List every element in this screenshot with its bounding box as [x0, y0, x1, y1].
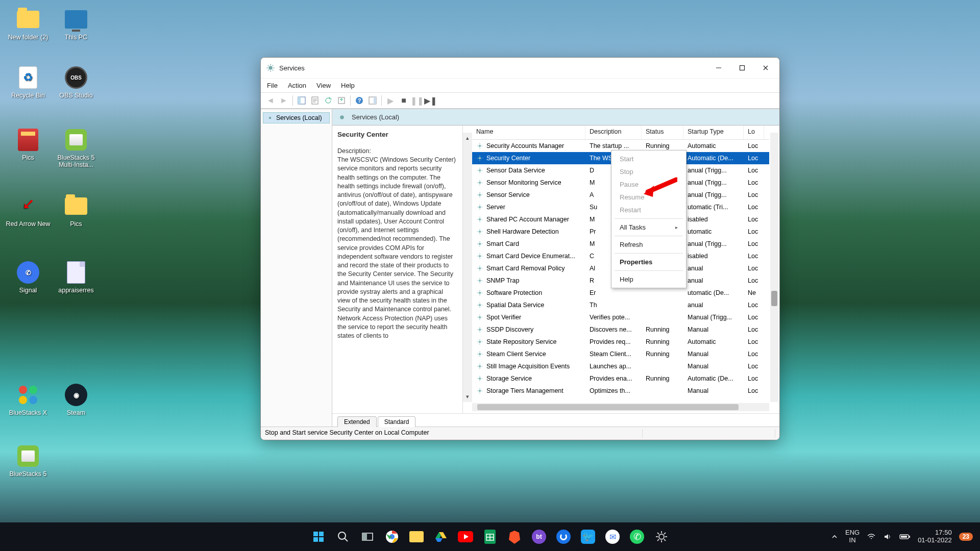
taskbar-chrome-icon[interactable]: [382, 527, 402, 546]
taskbar-signal-icon[interactable]: ✉: [603, 527, 622, 546]
svg-point-32: [479, 390, 481, 392]
svg-point-19: [479, 231, 481, 233]
desktop-icon-bluestacks-x[interactable]: BlueStacks X: [5, 383, 51, 416]
service-row[interactable]: Software ProtectionErutomatic (De...Ne: [472, 287, 769, 299]
menu-help[interactable]: Help: [341, 82, 355, 89]
desktop-icon-recycle-bin[interactable]: Recycle Bin: [5, 65, 51, 99]
taskbar-youtube-icon[interactable]: [456, 527, 475, 546]
desktop-icon-new-folder-2[interactable]: New folder (2): [5, 7, 51, 41]
taskbar-settings-icon[interactable]: [652, 527, 671, 546]
cell-logon: Loc: [744, 302, 764, 309]
services-icon: [266, 63, 275, 72]
clock[interactable]: 17:50 01-01-2022: [918, 529, 952, 544]
volume-icon[interactable]: [883, 532, 892, 541]
desktop-icon-pics-2[interactable]: Pics: [53, 194, 99, 228]
taskbar-search-icon[interactable]: [333, 527, 353, 546]
refresh-icon[interactable]: [323, 95, 334, 106]
menu-view[interactable]: View: [316, 82, 331, 89]
desktop-icon-obs-studio[interactable]: OBSOBS Studio: [53, 65, 99, 99]
desktop-icon-signal[interactable]: ✆Signal: [5, 260, 51, 294]
back-icon[interactable]: ◄: [265, 95, 276, 106]
service-row[interactable]: Spot VerifierVerifies pote...Manual (Tri…: [472, 311, 769, 323]
taskbar-bt-icon[interactable]: bt: [529, 527, 549, 546]
tree-services-local[interactable]: Services (Local): [263, 112, 330, 123]
language-indicator[interactable]: ENG IN: [845, 529, 860, 544]
cell-logon: Loc: [744, 204, 764, 211]
pause-service-icon[interactable]: ❚❚: [411, 95, 423, 106]
desktop[interactable]: New folder (2)This PCRecycle BinOBSOBS S…: [0, 0, 980, 551]
taskbar[interactable]: bt🐦✉✆ ENG IN 17:50 01-01-2022 23: [0, 522, 980, 551]
maximize-button[interactable]: [730, 58, 754, 78]
service-row[interactable]: Spatial Data ServiceThanualLoc: [472, 299, 769, 311]
ctx-refresh[interactable]: Refresh: [611, 238, 686, 251]
taskbar-start-icon[interactable]: [309, 527, 328, 546]
taskbar-sheets-icon[interactable]: [480, 527, 500, 546]
main-label: Services (Local): [352, 113, 399, 121]
col-status[interactable]: Status: [642, 126, 683, 139]
service-row[interactable]: Still Image Acquisition EventsLaunches a…: [472, 360, 769, 372]
ctx-all-tasks[interactable]: All Tasks▸: [611, 221, 686, 234]
notification-badge[interactable]: 23: [959, 533, 973, 541]
stop-service-icon[interactable]: ■: [398, 95, 409, 106]
start-service-icon[interactable]: ▶: [385, 95, 396, 106]
col-description[interactable]: Description: [585, 126, 642, 139]
taskbar-files-icon[interactable]: [407, 527, 426, 546]
taskbar-whatsapp-icon[interactable]: ✆: [627, 527, 647, 546]
properties-icon[interactable]: [309, 95, 321, 106]
winrar-icon: [16, 128, 40, 152]
icon-label: OBS Studio: [59, 92, 92, 99]
cell-description: Th: [585, 302, 642, 309]
column-headers[interactable]: Name Description Status Startup Type Lo: [472, 126, 769, 140]
desktop-icon-bluestacks-5[interactable]: BlueStacks 5: [5, 444, 51, 478]
cell-startup: utomatic: [683, 228, 744, 235]
taskbar-claude-icon[interactable]: [554, 527, 573, 546]
export-icon[interactable]: [336, 95, 347, 106]
restart-service-icon[interactable]: ▶❚: [425, 95, 436, 106]
icon-label: Pics: [22, 154, 34, 161]
col-startup-type[interactable]: Startup Type: [683, 126, 744, 139]
scroll-buttons-left[interactable]: ▴▾: [463, 133, 472, 402]
taskbar-brave-icon[interactable]: [505, 527, 524, 546]
action-pane-icon[interactable]: [367, 95, 378, 106]
cell-name: Spot Verifier: [472, 314, 585, 321]
help-icon[interactable]: ?: [354, 95, 365, 106]
col-logon[interactable]: Lo: [744, 126, 764, 139]
show-hide-tree-icon[interactable]: [296, 95, 307, 106]
taskbar-drive-icon[interactable]: [431, 527, 451, 546]
tray-chevron-icon[interactable]: [831, 533, 838, 540]
ctx-properties[interactable]: Properties: [611, 256, 686, 268]
wifi-icon[interactable]: [867, 532, 876, 541]
service-row[interactable]: State Repository ServiceProvides req...R…: [472, 336, 769, 348]
close-button[interactable]: [754, 58, 777, 78]
vertical-scrollbar[interactable]: [770, 133, 778, 402]
desktop-icon-bluestacks5-multi[interactable]: BlueStacks 5 Multi-Insta...: [53, 128, 99, 168]
desktop-icon-this-pc[interactable]: This PC: [53, 7, 99, 41]
tab-extended[interactable]: Extended: [337, 416, 377, 427]
minimize-button[interactable]: [707, 58, 730, 78]
battery-icon[interactable]: [899, 533, 911, 540]
col-name[interactable]: Name: [472, 126, 585, 139]
service-row[interactable]: Storage Tiers ManagementOptimizes th...M…: [472, 385, 769, 397]
service-row[interactable]: SSDP DiscoveryDiscovers ne...RunningManu…: [472, 323, 769, 336]
obs-icon: OBS: [64, 65, 88, 90]
service-row[interactable]: Storage ServiceProvides ena...RunningAut…: [472, 372, 769, 385]
horizontal-scrollbar[interactable]: [472, 403, 769, 411]
menu-action[interactable]: Action: [288, 82, 306, 89]
menu-file[interactable]: File: [267, 82, 278, 89]
desktop-icon-steam[interactable]: ◉Steam: [53, 383, 99, 416]
desktop-icon-appraiserres[interactable]: appraiserres: [53, 260, 99, 294]
ctx-restart: Restart: [611, 204, 686, 216]
titlebar[interactable]: Services: [261, 58, 779, 78]
cell-name: SSDP Discovery: [472, 326, 585, 333]
desktop-icon-red-arrow-new[interactable]: Red Arrow New: [5, 194, 51, 228]
service-row[interactable]: Steam Client ServiceSteam Client...Runni…: [472, 348, 769, 360]
forward-icon[interactable]: ►: [278, 95, 289, 106]
taskbar-twitter-icon[interactable]: 🐦: [578, 527, 598, 546]
desktop-icon-pics-1[interactable]: Pics: [5, 128, 51, 161]
svg-point-45: [659, 534, 664, 539]
ctx-help[interactable]: Help: [611, 273, 686, 286]
taskbar-taskview-icon[interactable]: [358, 527, 377, 546]
view-tabs: Extended Standard: [332, 413, 779, 427]
tab-standard[interactable]: Standard: [378, 416, 416, 427]
icon-label: BlueStacks 5: [10, 470, 47, 478]
